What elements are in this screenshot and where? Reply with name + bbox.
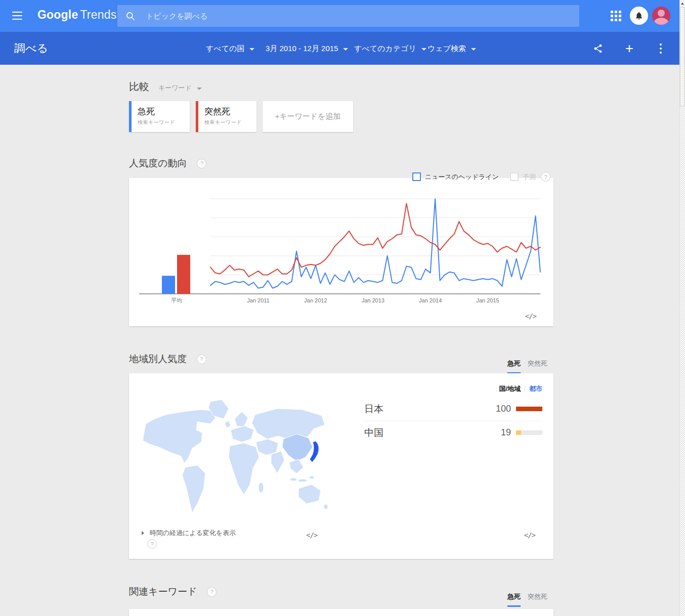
map-europe <box>231 426 254 442</box>
filter-country[interactable]: すべての国 <box>206 44 254 54</box>
term-card-1[interactable]: 急死 検索キーワード <box>129 101 190 132</box>
help-icon[interactable]: ? <box>147 539 157 549</box>
related-tabset: 急死 突然死 <box>507 592 547 607</box>
topic-search-box[interactable] <box>117 5 579 27</box>
menu-icon[interactable] <box>12 12 22 20</box>
scroll-up-arrow[interactable] <box>680 0 685 7</box>
tab-term-1[interactable]: 急死 <box>507 359 521 374</box>
term-name: 急死 <box>138 106 155 117</box>
related-section-title: 関連キーワード ? <box>129 585 217 598</box>
scope-city[interactable]: 都市 <box>529 384 542 393</box>
filter-daterange[interactable]: 3月 2010 - 12月 2015 <box>266 44 348 54</box>
regions-tabset: 急死 突然死 <box>507 359 547 374</box>
map-island <box>298 479 307 482</box>
svg-text:Jan 2015: Jan 2015 <box>476 297 499 303</box>
map-south-america <box>182 465 205 513</box>
term-type-label: 検索キーワード <box>138 119 175 126</box>
region-value-bar <box>516 407 542 411</box>
related-card-partial <box>129 609 553 616</box>
news-headlines-label: ニュースのヘッドライン <box>425 172 499 182</box>
compare-title: 比較 <box>129 80 149 94</box>
add-keyword-card[interactable]: +キーワードを追加 <box>263 101 353 132</box>
map-africa <box>229 443 259 495</box>
region-value-bar <box>516 430 542 435</box>
show-change-over-time-link[interactable]: 時間の経過による変化を表示 <box>142 529 236 538</box>
map-north-america <box>143 410 216 463</box>
scrollbar-thumb[interactable] <box>680 7 684 106</box>
help-icon[interactable]: ? <box>197 159 206 168</box>
term-type-label: 検索キーワード <box>204 119 242 126</box>
help-icon[interactable]: ? <box>541 172 550 182</box>
chevron-down-icon <box>197 87 202 90</box>
map-russia <box>252 409 325 439</box>
tab-term-2[interactable]: 突然死 <box>528 359 547 374</box>
term-color-accent <box>196 101 198 132</box>
forecast-label: 予測 <box>523 172 536 182</box>
term-card-2[interactable]: 突然死 検索キーワード <box>196 101 256 132</box>
scope-country[interactable]: 国/地域 <box>499 384 521 393</box>
vertical-scrollbar[interactable] <box>679 0 685 616</box>
bell-icon <box>634 11 644 20</box>
tab-term-2[interactable]: 突然死 <box>528 592 547 607</box>
add-comparison-icon[interactable]: + <box>623 42 635 55</box>
notifications-icon[interactable] <box>630 7 648 25</box>
page-title: 調べる <box>14 41 48 56</box>
trend-chart-card: ニュースのヘッドライン 予測 ? 平均Jan 2011Jan 2012Jan 2… <box>129 178 553 326</box>
svg-text:Jan 2014: Jan 2014 <box>419 297 442 303</box>
regions-card: 国/地域 都市 日本 100 <box>129 373 553 559</box>
chevron-down-icon <box>471 48 476 51</box>
google-apps-icon[interactable] <box>611 11 621 21</box>
embed-icon[interactable]: </> <box>525 312 536 320</box>
term-color-accent <box>129 101 132 132</box>
compare-mode-dropdown[interactable]: キーワード <box>158 83 202 93</box>
app-header: GoogleTrends <box>0 0 685 32</box>
filter-category[interactable]: すべてのカテゴリ <box>354 44 426 54</box>
svg-text:Jan 2013: Jan 2013 <box>362 297 384 303</box>
compare-section-header: 比較 キーワード <box>129 80 202 94</box>
chevron-down-icon <box>421 48 426 51</box>
map-island <box>309 476 314 479</box>
trend-section-title: 人気度の動向 ? <box>129 157 206 170</box>
embed-icon[interactable]: </> <box>306 531 317 539</box>
account-avatar[interactable] <box>652 7 670 25</box>
more-options-icon[interactable] <box>655 42 667 55</box>
region-row[interactable]: 日本 100 <box>364 398 542 421</box>
map-island <box>290 478 297 481</box>
embed-icon[interactable]: </> <box>524 531 535 539</box>
map-india <box>271 451 284 473</box>
svg-text:Jan 2012: Jan 2012 <box>304 297 327 303</box>
filter-search-type[interactable]: ウェブ検索 <box>427 44 476 54</box>
interest-over-time-chart[interactable]: 平均Jan 2011Jan 2012Jan 2013Jan 2014Jan 20… <box>129 187 553 314</box>
help-icon[interactable]: ? <box>197 355 206 364</box>
chevron-down-icon <box>343 48 348 51</box>
map-se-asia <box>289 459 304 473</box>
search-input[interactable] <box>145 11 579 21</box>
map-australia <box>298 485 321 504</box>
world-map[interactable] <box>136 392 334 518</box>
term-name: 突然死 <box>204 106 230 117</box>
svg-text:平均: 平均 <box>171 297 182 303</box>
help-icon[interactable]: ? <box>207 587 217 597</box>
region-row[interactable]: 中国 19 <box>364 421 542 445</box>
map-central-asia <box>256 439 278 455</box>
tab-term-1[interactable]: 急死 <box>507 592 521 607</box>
share-icon[interactable] <box>592 42 604 55</box>
map-uk <box>225 421 231 428</box>
region-ranking-list: 日本 100 中国 19 <box>364 398 542 445</box>
expand-arrow-icon <box>142 531 144 535</box>
app-logo[interactable]: GoogleTrends <box>37 8 116 22</box>
chart-legend: ニュースのヘッドライン 予測 ? <box>412 172 550 182</box>
map-new-zealand <box>324 504 328 509</box>
svg-text:Jan 2011: Jan 2011 <box>247 297 269 303</box>
chevron-down-icon <box>249 48 254 51</box>
regions-section-title: 地域別人気度 ? <box>129 353 206 366</box>
forecast-checkbox[interactable] <box>510 172 519 181</box>
region-scope-toggle: 国/地域 都市 <box>499 384 542 393</box>
map-china <box>282 434 313 461</box>
explore-toolbar: 調べる すべての国 3月 2010 - 12月 2015 すべてのカテゴリ ウェ… <box>0 32 685 65</box>
news-headlines-checkbox[interactable] <box>412 172 421 181</box>
map-scandinavia <box>235 412 248 427</box>
search-icon <box>125 11 136 21</box>
map-madagascar <box>259 482 264 493</box>
